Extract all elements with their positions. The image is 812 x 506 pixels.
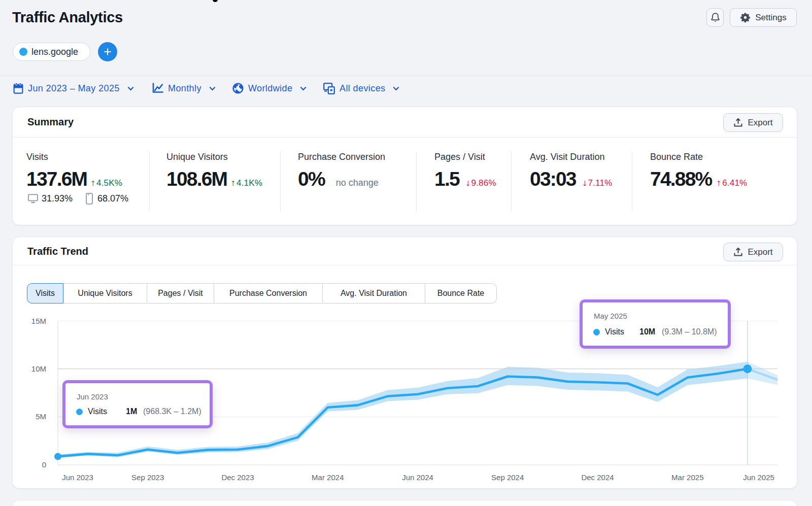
- svg-text:5M: 5M: [36, 412, 46, 421]
- svg-text:10M: 10M: [31, 364, 46, 373]
- svg-text:Dec 2024: Dec 2024: [581, 473, 614, 482]
- svg-text:Jun 2023: Jun 2023: [62, 473, 93, 482]
- svg-text:Jun 2024: Jun 2024: [402, 473, 433, 482]
- svg-text:0: 0: [42, 460, 46, 469]
- svg-text:Sep 2024: Sep 2024: [491, 473, 524, 482]
- svg-text:Mar 2025: Mar 2025: [671, 473, 703, 482]
- svg-text:Mar 2024: Mar 2024: [312, 473, 344, 482]
- svg-text:15M: 15M: [31, 317, 46, 325]
- svg-text:Sep 2023: Sep 2023: [131, 473, 164, 482]
- svg-text:Jun 2025: Jun 2025: [743, 473, 774, 482]
- svg-text:Dec 2023: Dec 2023: [221, 473, 254, 482]
